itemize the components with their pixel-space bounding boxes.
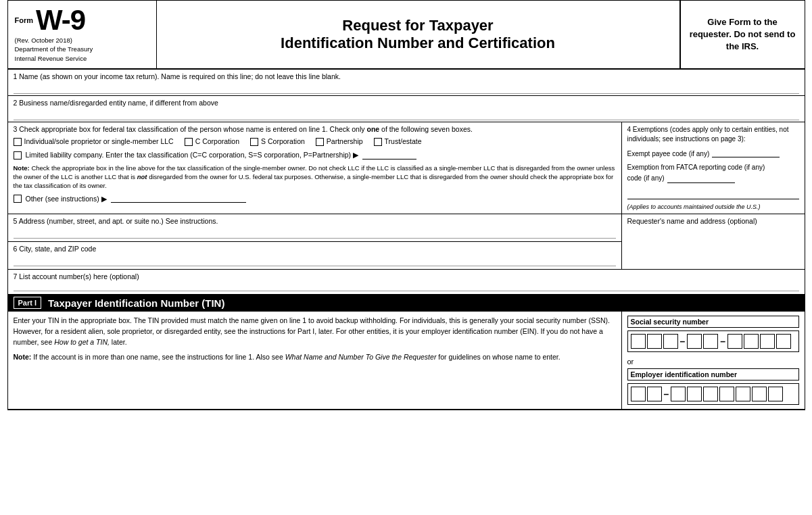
checkbox-trust-label: Trust/estate <box>385 137 422 147</box>
ssn-cell-8[interactable] <box>760 334 775 349</box>
form-title: Request for Taxpayer Identification Numb… <box>281 17 555 53</box>
checkbox-c-corp-item: C Corporation <box>185 137 239 147</box>
form-id-section: Form W-9 (Rev. October 2018) Department … <box>8 1 157 68</box>
exempt-payee-label: Exempt payee code (if any) <box>627 150 710 157</box>
other-label: Other (see instructions) ▶ <box>26 195 107 203</box>
or-text: or <box>627 358 799 366</box>
part1-header: Part I Taxpayer Identification Number (T… <box>8 295 805 312</box>
ssn-cell-3[interactable] <box>663 334 678 349</box>
ssn-cell-5[interactable] <box>703 334 718 349</box>
ein-cell-1[interactable] <box>631 387 646 401</box>
part1-later: later. <box>112 338 127 346</box>
tax-classification-checkboxes: Individual/sole proprietor or single-mem… <box>14 137 616 147</box>
line6-label: 6 City, state, and ZIP code <box>14 245 616 253</box>
row56-container: 5 Address (number, street, and apt. or s… <box>8 214 805 270</box>
applies-text: (Applies to accounts maintained outside … <box>627 203 799 212</box>
checkbox-c-corp[interactable] <box>185 138 193 146</box>
line5-input[interactable] <box>14 225 616 239</box>
line3-title: 3 Check appropriate box for federal tax … <box>14 125 616 133</box>
line1-row: 1 Name (as shown on your income tax retu… <box>8 70 805 96</box>
part1-note-label: Note: <box>14 353 32 361</box>
checkbox-trust[interactable] <box>374 138 382 146</box>
requester-section: Requester's name and address (optional) <box>622 214 805 269</box>
exemptions-title-text: 4 Exemptions (codes apply only to certai… <box>627 125 799 144</box>
ein-cell-7[interactable] <box>736 387 750 401</box>
requester-label: Requester's name and address (optional) <box>627 217 799 225</box>
ssn-cell-6[interactable] <box>727 334 742 349</box>
other-row: Other (see instructions) ▶ <box>14 194 616 203</box>
line7-row: 7 List account number(s) here (optional) <box>8 270 805 295</box>
title-line2: Identification Number and Certification <box>281 34 555 52</box>
part1-description: Enter your TIN in the appropriate box. T… <box>8 312 622 409</box>
line6-input[interactable] <box>14 253 616 266</box>
ein-cell-8[interactable] <box>752 387 767 401</box>
part1-what-name: What Name and Number To Give the Request… <box>285 353 437 361</box>
fatca-input-2[interactable] <box>627 191 799 199</box>
checkbox-s-corp-item: S Corporation <box>250 137 305 147</box>
line5-row: 5 Address (number, street, and apt. or s… <box>8 214 621 242</box>
exempt-payee-row: Exempt payee code (if any) <box>627 149 799 157</box>
ssn-cell-4[interactable] <box>687 334 702 349</box>
ein-cell-6[interactable] <box>719 387 734 401</box>
fatca-code-row: code (if any) <box>627 174 799 183</box>
tin-input-section: Social security number – – <box>622 312 805 409</box>
ssn-group1 <box>631 334 678 349</box>
checkbox-individual-label: Individual/sole proprietor or single-mem… <box>24 137 174 147</box>
other-input[interactable] <box>111 194 246 203</box>
part1-label: Part I <box>14 297 42 309</box>
checkbox-trust-item: Trust/estate <box>374 137 422 147</box>
line6-row: 6 City, state, and ZIP code <box>8 242 621 269</box>
checkbox-partnership-item: Partnership <box>316 137 363 147</box>
ein-cell-3[interactable] <box>671 387 686 401</box>
line3-label2: of the following seven boxes. <box>381 125 473 133</box>
checkbox-individual[interactable] <box>14 138 22 146</box>
form-header: Form W-9 (Rev. October 2018) Department … <box>8 1 805 70</box>
ssn-dash2: – <box>720 336 725 347</box>
ein-cell-4[interactable] <box>687 387 702 401</box>
part1-content: Enter your TIN in the appropriate box. T… <box>8 312 805 410</box>
line1-input[interactable] <box>14 80 799 94</box>
form-number-row: Form W-9 <box>15 6 149 34</box>
form-title-section: Request for Taxpayer Identification Numb… <box>157 1 679 68</box>
requester-input[interactable] <box>627 225 799 266</box>
checkbox-c-corp-label: C Corporation <box>195 137 239 147</box>
llc-row: Limited liability company. Enter the tax… <box>14 151 616 160</box>
line7-input[interactable] <box>14 280 799 291</box>
form-instruction-section: Give Form to the requester. Do not send … <box>679 1 805 68</box>
checkbox-individual-item: Individual/sole proprietor or single-mem… <box>14 137 174 147</box>
fatca-input[interactable] <box>667 175 735 183</box>
ssn-cell-2[interactable] <box>647 334 662 349</box>
line2-row: 2 Business name/disregarded entity name,… <box>8 96 805 122</box>
line2-input[interactable] <box>14 107 799 120</box>
ein-cell-5[interactable] <box>703 387 718 401</box>
ssn-cell-9[interactable] <box>776 334 791 349</box>
ein-cell-9[interactable] <box>768 387 783 401</box>
ein-group1 <box>631 387 662 401</box>
dept-name: Department of the Treasury <box>15 45 149 53</box>
exempt-payee-input[interactable] <box>712 149 780 157</box>
checkbox-llc[interactable] <box>14 151 22 160</box>
llc-label: Limited liability company. Enter the tax… <box>26 151 359 159</box>
line3-left: 3 Check appropriate box for federal tax … <box>8 122 622 214</box>
part1-title: Taxpayer Identification Number (TIN) <box>48 297 224 309</box>
note-not: not <box>137 173 147 180</box>
checkbox-s-corp[interactable] <box>250 138 258 146</box>
code-if-any: code (if any) <box>627 174 665 183</box>
line2-label: 2 Business name/disregarded entity name,… <box>14 99 799 107</box>
checkbox-s-corp-label: S Corporation <box>261 137 305 147</box>
ssn-cell-1[interactable] <box>631 334 646 349</box>
ein-boxes: – <box>627 383 799 405</box>
line3-container: 3 Check appropriate box for federal tax … <box>8 122 805 215</box>
ein-label: Employer identification number <box>627 368 799 381</box>
ein-cell-2[interactable] <box>647 387 662 401</box>
llc-classification-input[interactable] <box>362 151 416 160</box>
line3-label: 3 Check appropriate box for federal tax … <box>14 125 365 133</box>
line5-label: 5 Address (number, street, and apt. or s… <box>14 217 616 225</box>
checkbox-partnership[interactable] <box>316 138 324 146</box>
part1-note-2: for guidelines on whose name to enter. <box>438 353 560 361</box>
row56-left: 5 Address (number, street, and apt. or s… <box>8 214 622 269</box>
ssn-cell-7[interactable] <box>744 334 759 349</box>
checkbox-partnership-label: Partnership <box>327 137 363 147</box>
checkbox-other[interactable] <box>14 195 22 203</box>
form-metadata: (Rev. October 2018) Department of the Tr… <box>15 36 149 63</box>
